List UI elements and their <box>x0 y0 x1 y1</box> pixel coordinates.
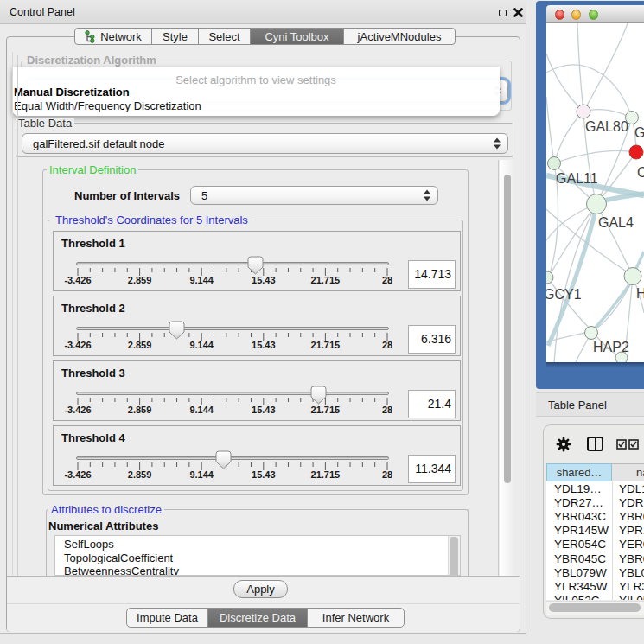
svg-text:HAP2: HAP2 <box>593 340 629 354</box>
svg-text:GAL11: GAL11 <box>556 171 598 186</box>
svg-text:GAL80: GAL80 <box>585 119 628 134</box>
svg-text:GAL4: GAL4 <box>598 215 634 230</box>
svg-text:CY: CY <box>637 165 644 180</box>
svg-text:GCY1: GCY1 <box>546 287 582 302</box>
svg-text:GAL: GAL <box>634 125 644 140</box>
svg-text:H: H <box>636 286 644 301</box>
